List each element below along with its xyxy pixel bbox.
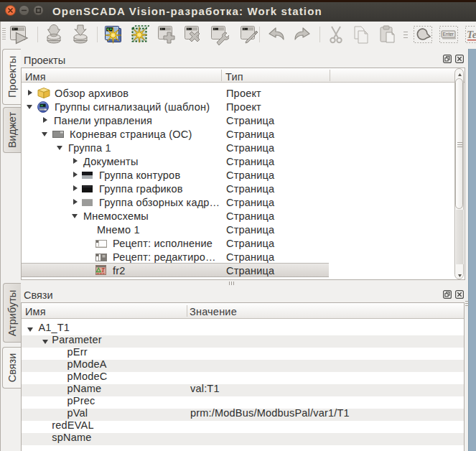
svg-text:T: T bbox=[101, 266, 105, 273]
svg-text:Te: Te bbox=[467, 29, 476, 40]
svg-text:Enter: Enter bbox=[443, 32, 454, 37]
